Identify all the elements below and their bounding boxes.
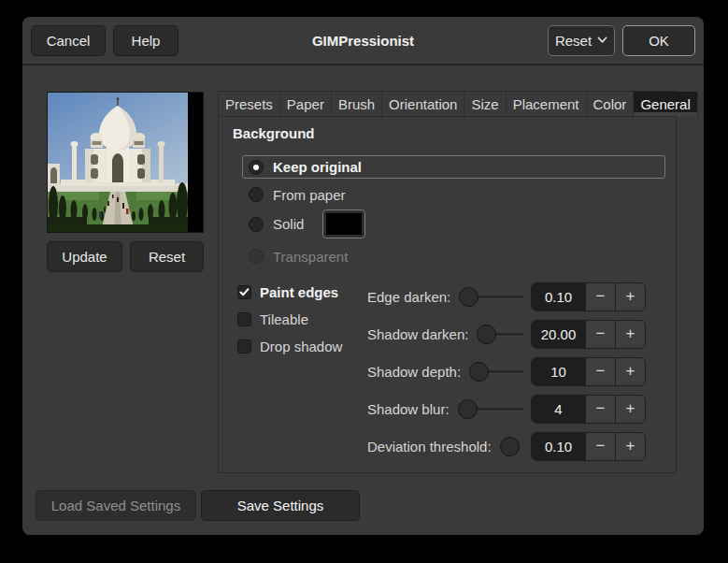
slider-row-shadow-darken: Shadow darken: 20.00 − +	[367, 319, 646, 349]
deviation-threshold-label: Deviation threshold:	[367, 439, 492, 455]
slider-track	[476, 408, 523, 411]
settings-notebook: Presets Paper Brush Orientation Size Pla…	[218, 91, 677, 473]
checkbox-checked-icon	[237, 285, 251, 299]
checkbox-tileable[interactable]: Tileable	[237, 310, 308, 327]
dialog-title: GIMPressionist	[186, 33, 540, 49]
shadow-depth-label: Shadow depth:	[367, 364, 461, 380]
plus-button[interactable]: +	[615, 433, 645, 460]
preview-reset-button[interactable]: Reset	[130, 241, 204, 272]
slider-knob[interactable]	[459, 287, 478, 307]
tab-brush[interactable]: Brush	[332, 92, 382, 116]
shadow-depth-value[interactable]: 10	[532, 358, 585, 385]
load-saved-settings-button: Load Saved Settings	[36, 490, 196, 521]
minus-button[interactable]: −	[585, 358, 615, 385]
tab-general[interactable]: General	[634, 92, 697, 116]
save-settings-button[interactable]: Save Settings	[201, 490, 360, 521]
gimpressionist-dialog: Cancel Help GIMPressionist Reset OK	[22, 17, 704, 535]
minus-button[interactable]: −	[585, 396, 615, 423]
shadow-darken-value[interactable]: 20.00	[532, 321, 585, 348]
slider-knob[interactable]	[458, 399, 478, 419]
shadow-blur-label: Shadow blur:	[367, 401, 450, 417]
solid-color-swatch-button[interactable]	[322, 209, 365, 238]
tab-presets[interactable]: Presets	[219, 92, 280, 116]
plus-button[interactable]: +	[615, 283, 645, 310]
shadow-blur-value[interactable]: 4	[532, 396, 585, 423]
radio-button-icon	[249, 217, 264, 232]
checkbox-unchecked-icon	[237, 312, 251, 326]
taj-minaret-right	[159, 145, 164, 182]
radio-solid-label: Solid	[273, 216, 304, 232]
reset-menu-button[interactable]: Reset	[548, 25, 615, 56]
plus-button[interactable]: +	[615, 321, 645, 348]
radio-button-icon	[249, 160, 264, 175]
ok-button[interactable]: OK	[622, 25, 695, 56]
slider-knob[interactable]	[500, 437, 520, 456]
shadow-blur-slider[interactable]	[458, 398, 523, 419]
slider-knob[interactable]	[469, 362, 489, 382]
radio-keep-original[interactable]: Keep original	[242, 155, 665, 179]
taj-minaret-left	[72, 145, 77, 182]
minus-button[interactable]: −	[585, 433, 615, 460]
shadow-blur-spinbutton: 4 − +	[531, 395, 646, 424]
minus-button[interactable]: −	[585, 283, 615, 310]
radio-button-icon	[249, 249, 264, 264]
slider-track	[477, 296, 523, 298]
tab-color[interactable]: Color	[587, 92, 635, 116]
help-button[interactable]: Help	[113, 25, 178, 56]
minus-button[interactable]: −	[585, 321, 615, 348]
radio-button-icon	[249, 187, 264, 202]
shadow-depth-spinbutton: 10 − +	[531, 357, 646, 386]
shadow-darken-slider[interactable]	[477, 324, 523, 344]
checkbox-paint-edges[interactable]: Paint edges	[237, 283, 338, 300]
preview-frame	[47, 92, 204, 233]
deviation-threshold-value[interactable]: 0.10	[532, 433, 585, 460]
slider-row-deviation-threshold: Deviation threshold: 0.10 − +	[367, 431, 646, 461]
taj-portal-arch	[112, 153, 123, 182]
checkbox-drop-shadow[interactable]: Drop shadow	[237, 338, 342, 354]
edge-darken-spinbutton: 0.10 − +	[531, 282, 646, 311]
edge-darken-slider[interactable]	[459, 286, 523, 307]
plus-button[interactable]: +	[615, 358, 645, 385]
solid-color-swatch	[326, 213, 362, 235]
tab-orientation[interactable]: Orientation	[382, 92, 464, 116]
tab-size[interactable]: Size	[464, 92, 506, 116]
slider-row-shadow-blur: Shadow blur: 4 − +	[367, 394, 646, 424]
slider-track	[494, 333, 523, 336]
paint-edges-label: Paint edges	[260, 284, 338, 300]
edge-darken-label: Edge darken:	[367, 289, 450, 305]
radio-keep-original-label: Keep original	[273, 159, 362, 175]
slider-row-edge-darken: Edge darken: 0.10 − +	[367, 282, 646, 311]
plus-button[interactable]: +	[615, 396, 645, 423]
preview-image	[48, 93, 188, 232]
radio-transparent: Transparent	[249, 248, 348, 265]
radio-solid[interactable]: Solid	[249, 209, 365, 238]
slider-track	[487, 370, 523, 373]
shadow-darken-label: Shadow darken:	[367, 326, 468, 342]
radio-transparent-label: Transparent	[273, 249, 348, 265]
shadow-darken-spinbutton: 20.00 − +	[531, 320, 646, 349]
slider-row-shadow-depth: Shadow depth: 10 − +	[367, 356, 646, 386]
tab-placement[interactable]: Placement	[507, 92, 587, 116]
edge-darken-value[interactable]: 0.10	[532, 283, 585, 310]
drop-shadow-label: Drop shadow	[260, 339, 342, 354]
update-button[interactable]: Update	[47, 241, 122, 272]
radio-from-paper-label: From paper	[273, 187, 346, 203]
tab-bar: Presets Paper Brush Orientation Size Pla…	[219, 92, 676, 117]
cancel-button[interactable]: Cancel	[31, 25, 106, 56]
shadow-depth-slider[interactable]	[469, 361, 523, 382]
tab-paper[interactable]: Paper	[280, 92, 332, 116]
radio-from-paper[interactable]: From paper	[249, 186, 346, 203]
tileable-label: Tileable	[260, 311, 308, 327]
checkbox-unchecked-icon	[237, 339, 251, 354]
deviation-threshold-spinbutton: 0.10 − +	[531, 432, 646, 461]
deviation-threshold-slider[interactable]	[500, 436, 523, 456]
background-group-title: Background	[233, 125, 315, 141]
chevron-down-icon	[597, 36, 607, 44]
slider-knob[interactable]	[477, 325, 496, 344]
reset-menu-label: Reset	[555, 33, 592, 49]
dialog-titlebar: Cancel Help GIMPressionist Reset OK	[22, 17, 704, 65]
